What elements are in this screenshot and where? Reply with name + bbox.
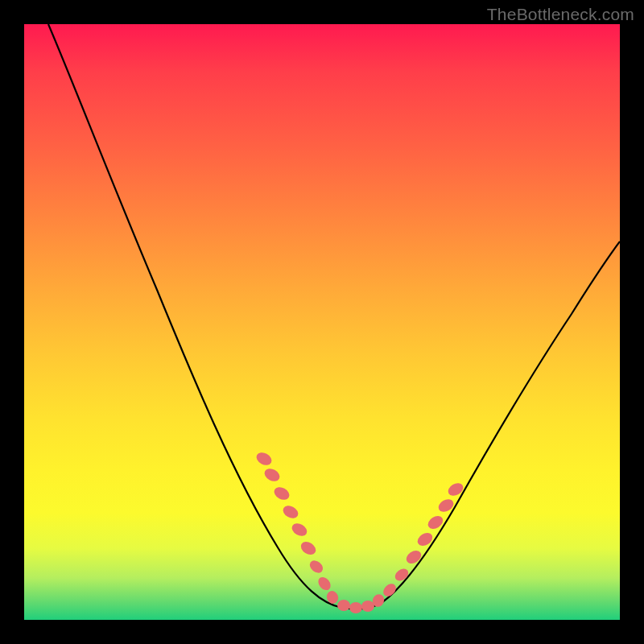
bottleneck-curve xyxy=(24,24,620,620)
plot-area xyxy=(24,24,620,620)
svg-point-5 xyxy=(299,539,318,557)
svg-point-15 xyxy=(404,548,423,567)
svg-point-7 xyxy=(316,575,333,592)
highlight-dots xyxy=(254,450,465,613)
svg-point-4 xyxy=(290,521,309,539)
svg-point-3 xyxy=(281,503,300,521)
svg-point-10 xyxy=(349,602,362,613)
watermark-text: TheBottleneck.com xyxy=(487,5,634,24)
svg-point-1 xyxy=(262,466,282,484)
svg-point-19 xyxy=(446,481,465,498)
svg-point-9 xyxy=(337,600,350,611)
svg-point-2 xyxy=(272,485,291,502)
svg-point-6 xyxy=(308,558,325,576)
svg-point-11 xyxy=(361,601,374,612)
curve-path xyxy=(48,24,620,609)
svg-point-14 xyxy=(393,566,411,583)
chart-frame: TheBottleneck.com xyxy=(0,0,644,644)
svg-point-0 xyxy=(254,450,274,468)
